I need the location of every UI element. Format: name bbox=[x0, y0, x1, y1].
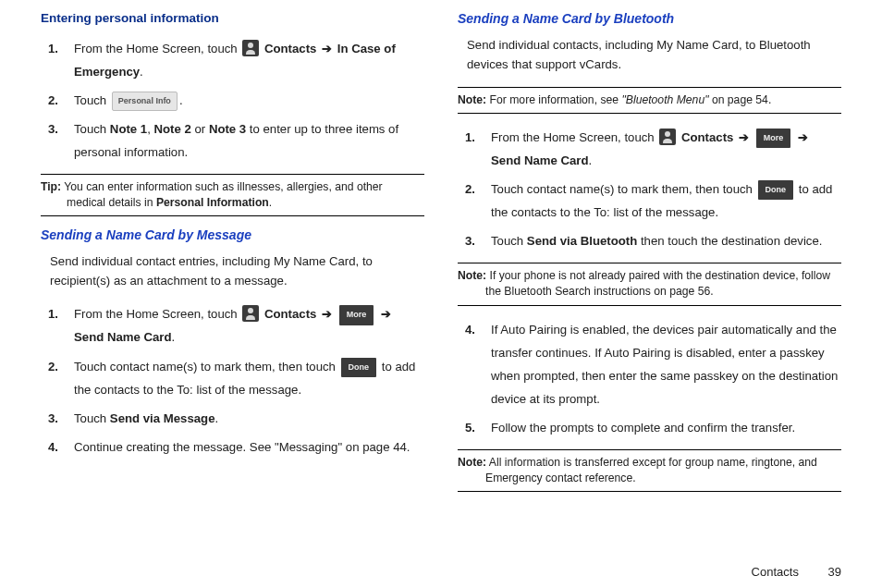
msg-step-3: 3. Touch Send via Message. bbox=[57, 404, 424, 433]
intro-send-by-message: Send individual contact entries, includi… bbox=[41, 250, 424, 296]
personal-info-button: Personal Info bbox=[112, 92, 178, 111]
more-button: More bbox=[756, 129, 791, 148]
step-2: 2. Touch Personal Info. bbox=[57, 86, 424, 115]
note-bluetooth-menu: Note: For more information, see "Bluetoo… bbox=[458, 87, 841, 114]
page-footer: Contacts 39 bbox=[752, 565, 841, 579]
heading-entering-personal: Entering personal information bbox=[41, 9, 424, 29]
steps-send-by-message: 1. From the Home Screen, touch Contacts … bbox=[41, 300, 424, 460]
steps-send-by-bluetooth-b: 4. If Auto Pairing is enabled, the devic… bbox=[458, 315, 841, 442]
footer-chapter: Contacts bbox=[752, 565, 799, 579]
heading-send-by-bluetooth: Sending a Name Card by Bluetooth bbox=[458, 9, 841, 30]
done-button: Done bbox=[341, 358, 377, 377]
contacts-icon bbox=[242, 305, 259, 322]
bt-step-4: 4. If Auto Pairing is enabled, the devic… bbox=[474, 315, 841, 413]
bt-step-1: 1. From the Home Screen, touch Contacts … bbox=[474, 123, 841, 175]
steps-entering-personal: 1. From the Home Screen, touch Contacts … bbox=[41, 34, 424, 166]
bt-step-2: 2. Touch contact name(s) to mark them, t… bbox=[474, 175, 841, 227]
done-button: Done bbox=[758, 180, 794, 200]
tip-block: Tip: You can enter information such as i… bbox=[41, 174, 424, 216]
note-pairing: Note: If your phone is not already paire… bbox=[458, 263, 841, 305]
bt-step-3: 3. Touch Send via Bluetooth then touch t… bbox=[474, 227, 841, 255]
right-column: Sending a Name Card by Bluetooth Send in… bbox=[458, 9, 841, 501]
left-column: Entering personal information 1. From th… bbox=[41, 9, 424, 501]
steps-send-by-bluetooth-a: 1. From the Home Screen, touch Contacts … bbox=[458, 123, 841, 255]
step-1: 1. From the Home Screen, touch Contacts … bbox=[57, 34, 424, 86]
footer-page-number: 39 bbox=[828, 565, 841, 579]
contacts-icon bbox=[242, 40, 259, 56]
heading-send-by-message: Sending a Name Card by Message bbox=[41, 226, 424, 246]
note-transfer-info: Note: All information is transferred exc… bbox=[458, 449, 841, 492]
msg-step-2: 2. Touch contact name(s) to mark them, t… bbox=[57, 352, 424, 404]
step-3: 3. Touch Note 1, Note 2 or Note 3 to ent… bbox=[57, 115, 424, 166]
msg-step-1: 1. From the Home Screen, touch Contacts … bbox=[57, 300, 424, 351]
bt-step-5: 5. Follow the prompts to complete and co… bbox=[474, 413, 841, 442]
intro-send-by-bluetooth: Send individual contacts, including My N… bbox=[458, 33, 841, 80]
contacts-icon bbox=[659, 129, 676, 145]
more-button: More bbox=[339, 305, 374, 325]
msg-step-4: 4. Continue creating the message. See "M… bbox=[57, 433, 424, 461]
